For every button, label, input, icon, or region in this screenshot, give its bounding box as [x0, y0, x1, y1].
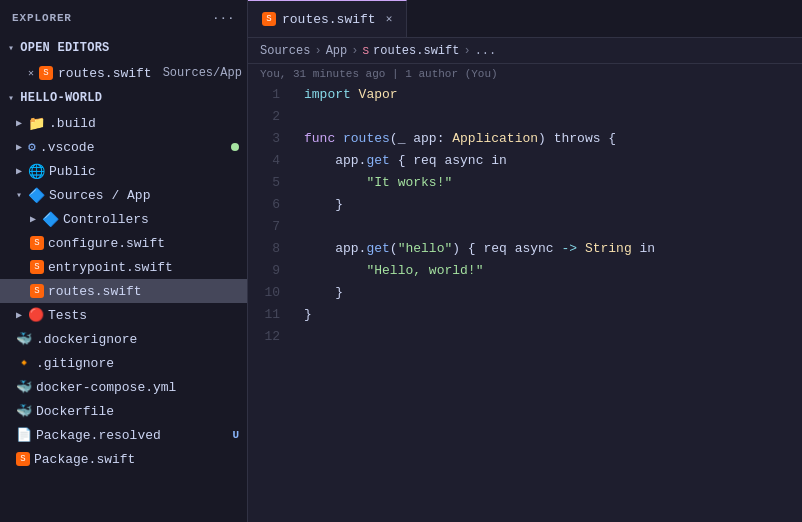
tree-item-dockerignore[interactable]: 🐳 .dockerignore — [0, 327, 247, 351]
package-resolved-icon: 📄 — [16, 427, 32, 443]
line-number: 1 — [264, 84, 280, 106]
build-label: .build — [49, 116, 96, 131]
code-line — [304, 106, 790, 128]
git-blame-line: You, 31 minutes ago | 1 author (You) — [248, 64, 802, 84]
tree-item-tests[interactable]: ▶ 🔴 Tests — [0, 303, 247, 327]
open-editor-filename: routes.swift — [58, 66, 152, 81]
package-swift-icon: S — [16, 452, 30, 466]
line-number: 11 — [264, 304, 280, 326]
tab-close-button[interactable]: ✕ — [386, 14, 393, 25]
tree-item-build[interactable]: ▶ 📁 .build — [0, 111, 247, 135]
line-number: 8 — [264, 238, 280, 260]
editor-area: S routes.swift ✕ Sources › App › S route… — [248, 0, 802, 522]
code-line: } — [304, 282, 790, 304]
breadcrumb-file[interactable]: routes.swift — [373, 44, 459, 58]
explorer-title: EXPLORER — [12, 12, 72, 24]
line-number: 9 — [264, 260, 280, 282]
entrypoint-swift-icon: S — [30, 260, 44, 274]
more-icon[interactable]: ··· — [213, 12, 235, 24]
breadcrumb-more[interactable]: ... — [475, 44, 497, 58]
entrypoint-label: entrypoint.swift — [48, 260, 173, 275]
vscode-icon: ⚙ — [28, 139, 36, 155]
build-chevron: ▶ — [16, 117, 22, 129]
routes-swift-icon: S — [30, 284, 44, 298]
tree-item-vscode[interactable]: ▶ ⚙ .vscode — [0, 135, 247, 159]
public-label: Public — [49, 164, 96, 179]
routes-label: routes.swift — [48, 284, 142, 299]
dockerignore-icon: 🐳 — [16, 331, 32, 347]
code-line: } — [304, 194, 790, 216]
open-editors-section: ▾ OPEN EDITORS ✕ S routes.swift Sources/… — [0, 35, 247, 85]
tree-item-entrypoint[interactable]: S entrypoint.swift — [0, 255, 247, 279]
package-swift-label: Package.swift — [34, 452, 135, 467]
tree-item-public[interactable]: ▶ 🌐 Public — [0, 159, 247, 183]
dockerfile-label: Dockerfile — [36, 404, 114, 419]
breadcrumb-sources[interactable]: Sources — [260, 44, 310, 58]
tree-item-gitignore[interactable]: 🔸 .gitignore — [0, 351, 247, 375]
tree-item-routes[interactable]: S routes.swift — [0, 279, 247, 303]
line-number: 6 — [264, 194, 280, 216]
open-editor-routes[interactable]: ✕ S routes.swift Sources/App — [0, 61, 247, 85]
code-line: app.get { req async in — [304, 150, 790, 172]
public-chevron: ▶ — [16, 165, 22, 177]
tree-item-package-swift[interactable]: S Package.swift — [0, 447, 247, 471]
vscode-label: .vscode — [40, 140, 95, 155]
line-number: 5 — [264, 172, 280, 194]
tree-item-sources-app[interactable]: ▾ 🔷 Sources / App — [0, 183, 247, 207]
line-number: 12 — [264, 326, 280, 348]
line-number: 2 — [264, 106, 280, 128]
tab-routes-swift[interactable]: S routes.swift ✕ — [248, 0, 407, 37]
docker-compose-label: docker-compose.yml — [36, 380, 176, 395]
controllers-icon: 🔷 — [42, 211, 59, 228]
breadcrumb-sep-1: › — [314, 44, 321, 58]
tab-swift-icon: S — [262, 12, 276, 26]
sidebar-header: EXPLORER ··· — [0, 0, 247, 35]
sidebar: EXPLORER ··· ▾ OPEN EDITORS ✕ S routes.s… — [0, 0, 248, 522]
tab-label: routes.swift — [282, 12, 376, 27]
code-line — [304, 326, 790, 348]
tab-bar: S routes.swift ✕ — [248, 0, 802, 38]
code-container[interactable]: 123456789101112 import Vapor func routes… — [248, 84, 802, 522]
docker-compose-icon: 🐳 — [16, 379, 32, 395]
tests-chevron: ▶ — [16, 309, 22, 321]
file-tree: ▾ HELLO-WORLD ▶ 📁 .build ▶ ⚙ .vscode ▶ 🌐… — [0, 85, 247, 522]
tree-item-docker-compose[interactable]: 🐳 docker-compose.yml — [0, 375, 247, 399]
breadcrumb-sep-3: › — [463, 44, 470, 58]
swift-file-icon: S — [39, 66, 53, 80]
tree-item-dockerfile[interactable]: 🐳 Dockerfile — [0, 399, 247, 423]
hello-world-chevron: ▾ — [8, 92, 14, 104]
breadcrumb: Sources › App › S routes.swift › ... — [248, 38, 802, 64]
code-content[interactable]: import Vapor func routes(_ app: Applicat… — [292, 84, 802, 522]
gitignore-icon: 🔸 — [16, 355, 32, 371]
close-icon[interactable]: ✕ — [28, 67, 34, 79]
code-line — [304, 216, 790, 238]
configure-label: configure.swift — [48, 236, 165, 251]
line-numbers: 123456789101112 — [248, 84, 292, 522]
code-line: func routes(_ app: Application) throws { — [304, 128, 790, 150]
breadcrumb-app[interactable]: App — [326, 44, 348, 58]
tree-item-controllers[interactable]: ▶ 🔷 Controllers — [0, 207, 247, 231]
sources-chevron: ▾ — [16, 189, 22, 201]
vscode-chevron: ▶ — [16, 141, 22, 153]
dockerfile-icon: 🐳 — [16, 403, 32, 419]
code-line: app.get("hello") { req async -> String i… — [304, 238, 790, 260]
code-line: import Vapor — [304, 84, 790, 106]
breadcrumb-sep-2: › — [351, 44, 358, 58]
open-editors-label[interactable]: ▾ OPEN EDITORS — [0, 35, 247, 61]
line-number: 4 — [264, 150, 280, 172]
hello-world-label[interactable]: ▾ HELLO-WORLD — [0, 85, 247, 111]
open-editor-path: Sources/App — [163, 66, 242, 80]
code-line: "Hello, world!" — [304, 260, 790, 282]
tree-item-package-resolved[interactable]: 📄 Package.resolved U — [0, 423, 247, 447]
sources-folder-icon: 🔷 — [28, 187, 45, 204]
gitignore-label: .gitignore — [36, 356, 114, 371]
line-number: 7 — [264, 216, 280, 238]
tree-item-configure[interactable]: S configure.swift — [0, 231, 247, 255]
package-resolved-badge: U — [232, 429, 239, 441]
line-number: 3 — [264, 128, 280, 150]
git-blame-text: You, 31 minutes ago | 1 author (You) — [260, 68, 498, 80]
open-editors-chevron: ▾ — [8, 42, 14, 54]
dockerignore-label: .dockerignore — [36, 332, 137, 347]
sources-app-label: Sources / App — [49, 188, 150, 203]
public-folder-icon: 🌐 — [28, 163, 45, 180]
